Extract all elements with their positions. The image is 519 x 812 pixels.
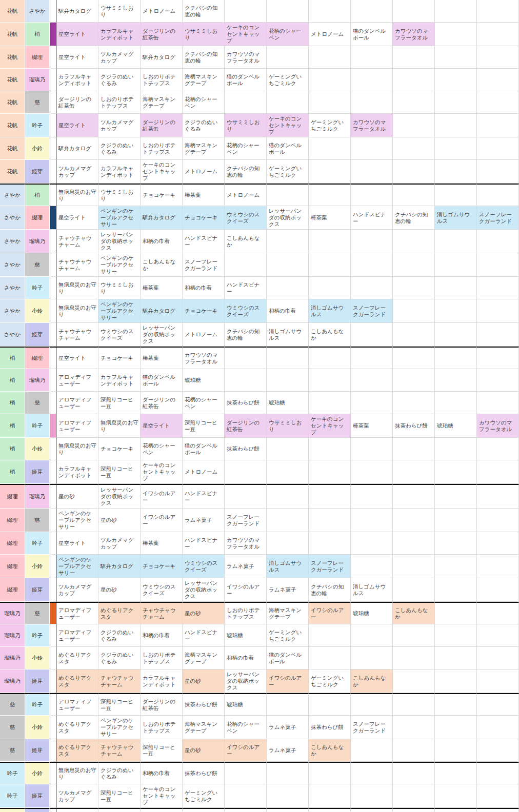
item-cell[interactable]: 星空ライト [56,532,98,555]
empty-cell[interactable] [267,46,309,69]
item-cell[interactable]: ダージリンの紅茶缶 [141,114,183,137]
member2-cell[interactable]: 吟子 [25,693,50,716]
empty-cell[interactable] [351,347,393,369]
member1-cell[interactable]: 瑠璃乃 [0,624,25,647]
member2-cell[interactable]: 綴理 [25,46,50,69]
item-cell[interactable]: チョコケーキ [183,299,225,323]
member2-cell[interactable]: 瑠璃乃 [25,484,50,509]
item-cell[interactable]: ペンギンのケーブルアクセサリー [98,299,141,323]
item-cell[interactable]: 棒茶葉 [141,347,183,369]
bar-spacer-cell[interactable] [50,532,56,555]
item-cell[interactable]: クジラのぬいぐるみ [98,762,141,784]
member2-cell[interactable]: 慈 [25,602,50,624]
item-cell[interactable]: 抹茶わらび餅 [183,693,225,716]
item-cell[interactable]: ゲーミングいちごミルク [267,624,309,647]
empty-cell[interactable] [393,647,435,669]
empty-cell[interactable] [351,693,393,716]
item-cell[interactable]: 猫のダンベルボール [267,647,309,669]
empty-cell[interactable] [435,555,477,578]
item-cell[interactable]: ツルカメマグカップ [56,784,98,808]
item-cell[interactable]: 駅弁カタログ [98,555,141,578]
empty-cell[interactable] [393,578,435,602]
empty-cell[interactable] [267,91,309,114]
item-cell[interactable]: ケーキのコンセントキャップ [309,414,351,438]
item-cell[interactable]: ツルカメマグカップ [98,114,141,137]
empty-cell[interactable] [225,91,267,114]
bar-spacer-cell[interactable] [50,277,56,299]
empty-cell[interactable] [477,739,519,762]
item-cell[interactable]: ウミウシのスクイーズ [98,808,141,812]
bar-spacer-cell[interactable] [50,578,56,602]
member2-cell[interactable]: 小鈴 [25,762,50,784]
bar-spacer-cell[interactable] [50,762,56,784]
item-cell[interactable]: めぐるりアクスタ [56,669,98,693]
empty-cell[interactable] [477,323,519,347]
bar-spacer-cell[interactable] [50,160,56,184]
empty-cell[interactable] [351,323,393,347]
item-cell[interactable]: 花柄のシャーペン [225,137,267,160]
item-cell[interactable]: カワウソのマフラータオル [477,414,519,438]
empty-cell[interactable] [267,277,309,299]
empty-cell[interactable] [435,784,477,808]
member1-cell[interactable]: 梢 [0,460,25,484]
item-cell[interactable]: クジラのぬいぐるみ [98,69,141,91]
member2-cell[interactable]: 小鈴 [25,299,50,323]
empty-cell[interactable] [267,460,309,484]
empty-cell[interactable] [267,230,309,253]
item-cell[interactable]: 抹茶わらび餅 [183,762,225,784]
item-cell[interactable]: イワシのルアー [225,739,267,762]
empty-cell[interactable] [435,277,477,299]
item-cell[interactable]: 深煎りコーヒー豆 [141,739,183,762]
item-cell[interactable]: ウミウシのスクイーズ [141,578,183,602]
item-cell[interactable]: 琥珀糖 [267,392,309,414]
empty-cell[interactable] [435,347,477,369]
item-cell[interactable]: カワウソのマフラータオル [225,46,267,69]
item-cell[interactable]: しおのりポテトチップス [98,91,141,114]
empty-cell[interactable] [393,114,435,137]
empty-cell[interactable] [309,624,351,647]
member2-cell[interactable]: 綴理 [25,206,50,230]
empty-cell[interactable] [309,160,351,184]
member1-cell[interactable]: さやか [0,206,25,230]
item-cell[interactable]: ケーキのコンセントキャップ [225,23,267,46]
empty-cell[interactable] [435,669,477,693]
empty-cell[interactable] [435,624,477,647]
item-cell[interactable]: 海柄マスキングテープ [183,647,225,669]
item-cell[interactable]: 花柄のシャーペン [183,392,225,414]
empty-cell[interactable] [477,23,519,46]
empty-cell[interactable] [435,762,477,784]
empty-cell[interactable] [393,0,435,23]
member2-cell[interactable]: 瑠璃乃 [25,69,50,91]
empty-cell[interactable] [435,509,477,532]
item-cell[interactable]: 海柄マスキングテープ [141,91,183,114]
member1-cell[interactable]: 綴理 [0,532,25,555]
empty-cell[interactable] [435,392,477,414]
empty-cell[interactable] [267,347,309,369]
item-cell[interactable]: ツルカメマグカップ [98,532,141,555]
item-cell[interactable]: クチバシの知恵の輪 [183,0,225,23]
member1-cell[interactable]: さやか [0,277,25,299]
member1-cell[interactable]: 花帆 [0,69,25,91]
empty-cell[interactable] [477,230,519,253]
empty-cell[interactable] [351,647,393,669]
member1-cell[interactable]: 花帆 [0,23,25,46]
item-cell[interactable]: 海柄マスキングテープ [183,716,225,739]
empty-cell[interactable] [225,484,267,509]
member2-cell[interactable]: 梢 [25,184,50,206]
empty-cell[interactable] [225,0,267,23]
member1-cell[interactable]: 花帆 [0,114,25,137]
item-cell[interactable]: ダージリンの紅茶缶 [141,693,183,716]
empty-cell[interactable] [393,509,435,532]
empty-cell[interactable] [351,46,393,69]
empty-cell[interactable] [309,46,351,69]
empty-cell[interactable] [225,347,267,369]
item-cell[interactable]: ゲーミングいちごミルク [267,160,309,184]
empty-cell[interactable] [309,91,351,114]
member1-cell[interactable]: 花帆 [0,0,25,23]
item-cell[interactable]: 棒茶葉 [141,532,183,555]
item-cell[interactable]: ラムネ菓子 [141,808,183,812]
empty-cell[interactable] [435,69,477,91]
empty-cell[interactable] [351,184,393,206]
item-cell[interactable]: 駅弁カタログ [141,46,183,69]
empty-cell[interactable] [435,484,477,509]
